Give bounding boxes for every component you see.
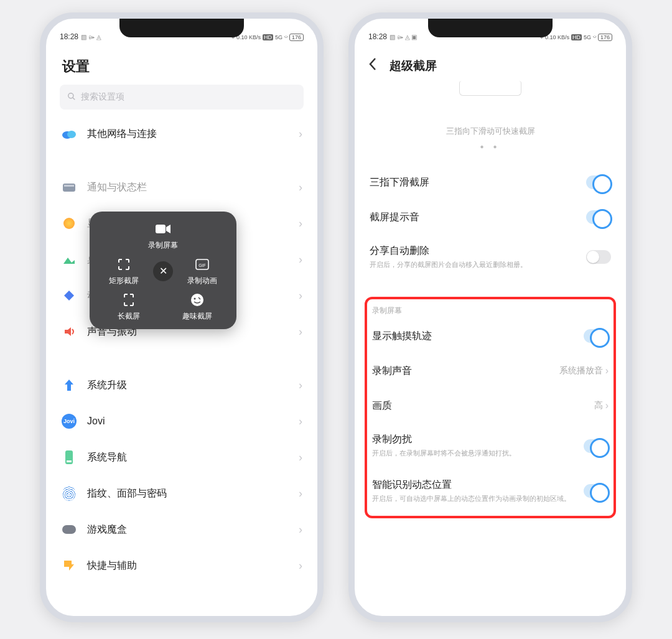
network-label: 5G [275,34,282,40]
svg-marker-6 [63,258,75,264]
nav-icon [61,449,77,465]
access-icon [61,557,77,574]
hd-icon: HD [571,34,582,40]
preview-thumb [459,81,521,96]
chevron-right-icon: › [605,400,609,411]
popup-label: 矩形截屏 [109,276,139,286]
phone-right: 18:28 ▧ ⌲ ◬ ▣ ⌖ 0.10 KB/s HD 5G ⌔ 176 超级… [348,12,632,622]
row-value: 系统播放音 [559,365,603,376]
row-quality[interactable]: 画质 高 › [371,388,610,423]
svg-point-19 [194,298,196,300]
toggle-touch-trail[interactable] [584,329,609,343]
popup-close[interactable]: ✕ [153,261,173,281]
row-nav[interactable]: 系统导航 › [60,439,304,475]
svg-point-0 [68,93,73,98]
svg-point-18 [191,294,203,306]
row-label: 显示触摸轨迹 [372,330,577,343]
popup-label: 录制屏幕 [148,240,178,251]
row-smart-detect[interactable]: 智能识别动态位置 开启后，可自动选中屏幕上的动态位置作为动画录制的初始区域。 [371,469,610,513]
svg-point-3 [67,131,76,138]
popup-record[interactable]: 录制屏幕 [141,220,185,251]
row-auto-delete[interactable]: 分享自动删除 开启后，分享的截屏图片会自动移入最近删除相册。 [368,235,612,279]
svg-rect-11 [67,460,72,462]
highlight-record-section: 录制屏幕 显示触摸轨迹 录制声音 系统播放音 › 画质 高 › 录制勿扰 开启后… [365,297,616,518]
svg-rect-14 [156,225,166,233]
net-speed: 0.10 KB/s [236,34,261,40]
chevron-right-icon: › [605,365,609,376]
status-time: 18:28 [60,32,78,41]
chevron-right-icon: › [299,217,302,230]
svg-marker-7 [64,291,74,301]
close-icon: ✕ [159,265,167,277]
row-three-finger[interactable]: 三指下滑截屏 [368,165,612,200]
search-icon [67,92,76,103]
sun-icon [61,215,77,231]
row-record-audio[interactable]: 录制声音 系统播放音 › [371,353,610,388]
chevron-right-icon: › [299,487,302,500]
row-sub: 开启后，可自动选中屏幕上的动态位置作为动画录制的初始区域。 [372,494,577,503]
cloud-icon [61,126,77,142]
super-screenshot-screen: 超级截屏 三指向下滑动可快速截屏 ● ● 三指下滑截屏 截屏提示音 分享自动删除… [355,42,626,616]
chevron-right-icon: › [299,181,302,194]
popup-fun[interactable]: 趣味截屏 [175,291,219,322]
chevron-right-icon: › [299,523,302,536]
row-label: 画质 [372,399,588,413]
svg-marker-9 [65,380,73,391]
row-fingerprint[interactable]: 指纹、面部与密码 › [60,475,304,511]
toggle-shot-sound[interactable] [586,210,611,224]
image-icon [61,251,77,268]
row-label: 游戏魔盒 [87,523,289,536]
row-label: 系统升级 [87,379,289,392]
page-dots[interactable]: ● ● [368,143,612,150]
svg-line-1 [73,97,75,100]
svg-rect-4 [63,184,75,192]
row-notification[interactable]: 通知与状态栏 › [60,169,304,205]
row-dnd[interactable]: 录制勿扰 开启后，在录制屏幕时将不会被悬浮通知打扰。 [371,423,610,468]
popup-rect[interactable]: 矩形截屏 [102,256,146,286]
svg-marker-15 [166,225,170,233]
chevron-right-icon: › [299,289,302,302]
popup-long[interactable]: 长截屏 [107,291,151,322]
chevron-right-icon: › [299,325,302,338]
back-button[interactable] [368,57,381,75]
toggle-smart-detect[interactable] [584,484,609,498]
settings-screen: 设置 搜索设置项 其他网络与连接 › 通知与状态栏 › 显示与亮度 › 桌面、锁… [46,42,317,616]
chevron-right-icon: › [299,415,302,428]
wifi-icon: ⌔ [593,34,596,40]
row-shot-sound[interactable]: 截屏提示音 [368,200,612,235]
row-label: 智能识别动态位置 [372,478,577,492]
toggle-auto-delete[interactable] [586,250,611,264]
row-update[interactable]: 系统升级 › [60,367,304,403]
finger-icon [61,485,77,501]
notch [119,19,244,37]
chevron-right-icon: › [299,253,302,266]
crop-icon [115,256,133,273]
popup-gif[interactable]: GIF 录制动画 [180,256,224,286]
toggle-dnd[interactable] [584,439,609,453]
row-label: 指纹、面部与密码 [87,487,289,500]
section-label: 录制屏幕 [371,301,610,319]
network-label: 5G [584,34,591,40]
row-label: 其他网络与连接 [87,128,289,141]
page-title: 设置 [60,49,304,85]
row-label: 分享自动删除 [370,245,580,258]
popup-label: 录制动画 [187,276,217,286]
wifi-icon: ⌔ [284,34,287,40]
row-other-network[interactable]: 其他网络与连接 › [60,116,304,152]
status-icons-left: ▧ ⌲ ◬ ▣ [390,34,417,40]
row-game[interactable]: 游戏魔盒 › [60,511,304,548]
popup-label: 长截屏 [118,311,140,322]
toggle-three-finger[interactable] [586,175,611,189]
chevron-right-icon: › [299,128,302,141]
phone-left: 18:28 ▧ ⌲ ◬ ⌖ 0.10 KB/s HD 5G ⌔ 176 设置 搜… [40,12,324,622]
row-label: 录制声音 [372,365,553,378]
search-input[interactable]: 搜索设置项 [60,85,304,110]
status-icon [61,179,77,195]
game-icon [61,521,77,538]
row-touch-trail[interactable]: 显示触摸轨迹 [371,319,610,353]
svg-rect-12 [62,525,76,534]
row-accessibility[interactable]: 快捷与辅助 › [60,548,304,584]
speaker-icon [61,324,77,340]
row-jovi[interactable]: Jovi Jovi › [60,403,304,439]
hd-icon: HD [263,34,273,40]
